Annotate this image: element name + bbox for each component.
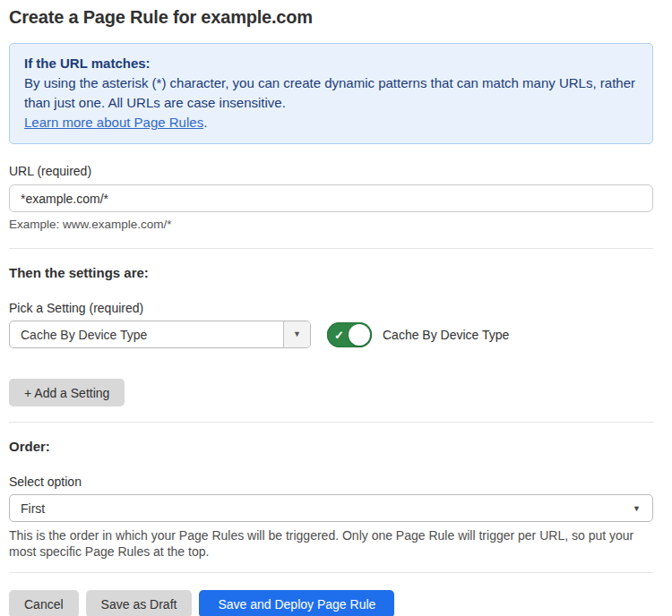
url-example-help: Example: www.example.com/*: [9, 218, 653, 231]
setting-select-value: Cache By Device Type: [10, 328, 283, 342]
info-box-heading: If the URL matches:: [24, 54, 638, 73]
order-select[interactable]: First ▼: [9, 494, 653, 522]
toggle-knob: [349, 324, 370, 346]
check-icon: ✓: [334, 329, 344, 340]
divider: [9, 422, 653, 423]
pick-setting-label: Pick a Setting (required): [9, 301, 653, 315]
toggle-label: Cache By Device Type: [383, 328, 509, 342]
url-input[interactable]: [9, 184, 653, 212]
cache-device-toggle[interactable]: ✓: [327, 322, 372, 347]
page-rule-form: Create a Page Rule for example.com If th…: [0, 0, 672, 616]
info-box-body: By using the asterisk (*) character, you…: [24, 73, 638, 113]
add-setting-button[interactable]: + Add a Setting: [9, 379, 125, 406]
order-section-heading: Order:: [9, 439, 653, 454]
save-draft-button[interactable]: Save as Draft: [86, 590, 193, 616]
settings-section-heading: Then the settings are:: [9, 265, 653, 280]
order-select-label: Select option: [9, 475, 653, 489]
page-title: Create a Page Rule for example.com: [9, 7, 653, 28]
order-help-text: This is the order in which your Page Rul…: [9, 527, 653, 560]
divider: [9, 248, 653, 249]
info-box-link-line: Learn more about Page Rules.: [24, 113, 638, 133]
footer-actions: Cancel Save as Draft Save and Deploy Pag…: [9, 590, 653, 616]
divider: [9, 572, 653, 573]
setting-row: Cache By Device Type ▼ ✓ Cache By Device…: [9, 321, 653, 348]
order-select-value: First: [10, 501, 621, 516]
chevron-down-icon: ▼: [621, 504, 652, 513]
url-match-info-box: If the URL matches: By using the asteris…: [9, 43, 653, 144]
url-field-label: URL (required): [9, 164, 653, 178]
save-deploy-button[interactable]: Save and Deploy Page Rule: [199, 590, 394, 616]
chevron-down-icon: ▼: [293, 330, 301, 338]
setting-select[interactable]: Cache By Device Type ▼: [9, 321, 311, 348]
cancel-button[interactable]: Cancel: [9, 590, 79, 616]
setting-select-arrow-button[interactable]: ▼: [283, 321, 310, 347]
link-suffix: .: [203, 115, 207, 130]
learn-more-link[interactable]: Learn more about Page Rules: [24, 115, 203, 130]
